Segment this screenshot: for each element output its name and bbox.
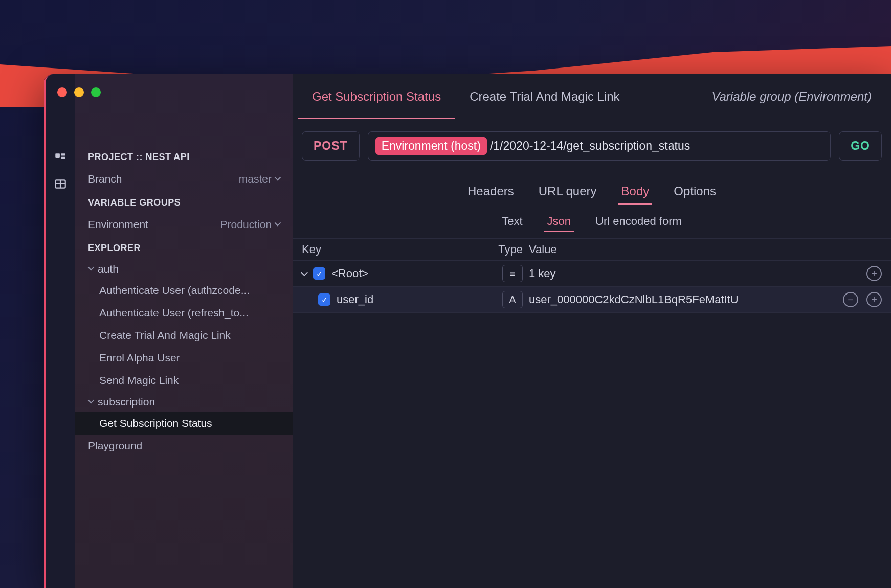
checkbox-enabled[interactable]: ✓ [318, 293, 330, 306]
chevron-down-icon [275, 219, 281, 226]
tab-bar: Get Subscription Status Create Trial And… [293, 74, 891, 119]
col-type: Type [482, 243, 523, 256]
json-body-table: Key Type Value ✓ <Root> ≡ 1 key + [293, 238, 891, 313]
checkbox-enabled[interactable]: ✓ [313, 267, 325, 280]
subtab-options[interactable]: Options [673, 182, 717, 205]
tree-item[interactable]: Authenticate User (refresh_to... [75, 302, 293, 324]
type-object-icon[interactable]: ≡ [502, 265, 523, 282]
app-window: PROJECT :: NEST API Branch master VARIAB… [44, 74, 891, 588]
tree-group-subscription[interactable]: subscription [75, 392, 293, 412]
tree-item[interactable]: Send Magic Link [75, 369, 293, 392]
explorer-title: EXPLORER [75, 236, 293, 259]
tree-item[interactable]: Enrol Alpha User [75, 347, 293, 369]
request-bar: POST Environment (host) /1/2020-12-14/ge… [293, 119, 891, 173]
json-key: user_id [337, 293, 373, 306]
bodytype-text[interactable]: Text [501, 213, 523, 232]
url-path: /1/2020-12-14/get_subscription_status [490, 139, 690, 153]
json-value: 1 key [529, 267, 825, 280]
left-icon-rail [44, 74, 75, 588]
project-icon[interactable] [46, 146, 75, 171]
environment-label: Environment [88, 218, 148, 231]
branch-selector[interactable]: Branch master [75, 168, 293, 190]
project-title: PROJECT :: NEST API [75, 145, 293, 168]
branch-value: master [239, 173, 272, 185]
col-key: Key [302, 243, 476, 256]
col-value: Value [529, 243, 825, 256]
json-key: <Root> [331, 267, 368, 280]
json-table-header: Key Type Value [293, 239, 891, 261]
tab-variable-group[interactable]: Variable group (Environment) [697, 74, 886, 119]
tree-group-label: auth [98, 263, 119, 275]
svg-rect-2 [61, 157, 65, 159]
bodytype-urlencoded[interactable]: Url encoded form [594, 213, 683, 232]
environment-host-pill: Environment (host) [375, 137, 487, 155]
maximize-window-button[interactable] [91, 87, 101, 97]
minimize-window-button[interactable] [74, 87, 84, 97]
tree-group-auth[interactable]: auth [75, 259, 293, 279]
svg-rect-1 [61, 153, 65, 155]
branch-label: Branch [88, 173, 122, 185]
request-subtabs: Headers URL query Body Options [297, 173, 887, 210]
tab-create-trial[interactable]: Create Trial And Magic Link [455, 74, 634, 119]
type-string-icon[interactable]: A [502, 291, 523, 308]
environment-selector[interactable]: Environment Production [75, 213, 293, 236]
expand-icon[interactable] [301, 269, 308, 276]
json-row-root[interactable]: ✓ <Root> ≡ 1 key + [293, 261, 891, 287]
tree-item-playground[interactable]: Playground [75, 435, 293, 457]
tab-get-subscription-status[interactable]: Get Subscription Status [298, 74, 455, 119]
window-controls[interactable] [57, 87, 101, 97]
environment-value: Production [220, 218, 272, 231]
json-value[interactable]: user_000000C2kdCzNlbL1BqR5FeMatItU [529, 293, 825, 306]
tree-item[interactable]: Authenticate User (authzcode... [75, 279, 293, 302]
json-row[interactable]: ✓ user_id A user_000000C2kdCzNlbL1BqR5Fe… [293, 287, 891, 313]
subtab-body[interactable]: Body [620, 182, 651, 205]
close-window-button[interactable] [57, 87, 67, 97]
bodytype-json[interactable]: Json [546, 213, 572, 232]
subtab-url-query[interactable]: URL query [538, 182, 598, 205]
add-row-button[interactable]: + [866, 266, 882, 281]
tree-group-label: subscription [98, 396, 155, 408]
add-row-button[interactable]: + [866, 292, 882, 307]
table-icon[interactable] [46, 171, 75, 197]
chevron-down-icon [88, 264, 95, 270]
tree-item[interactable]: Create Trial And Magic Link [75, 324, 293, 347]
chevron-down-icon [88, 397, 95, 403]
chevron-down-icon [275, 174, 281, 180]
tree-item-selected[interactable]: Get Subscription Status [75, 412, 293, 435]
http-method-selector[interactable]: POST [302, 131, 360, 161]
main-panel: Get Subscription Status Create Trial And… [293, 74, 891, 588]
subtab-headers[interactable]: Headers [466, 182, 515, 205]
url-input[interactable]: Environment (host) /1/2020-12-14/get_sub… [368, 131, 831, 161]
body-type-tabs: Text Json Url encoded form [297, 210, 887, 238]
variable-groups-title: VARIABLE GROUPS [75, 190, 293, 213]
svg-rect-0 [55, 153, 60, 158]
send-request-button[interactable]: GO [839, 131, 882, 161]
remove-row-button[interactable]: − [843, 292, 858, 307]
sidebar: PROJECT :: NEST API Branch master VARIAB… [75, 74, 293, 588]
